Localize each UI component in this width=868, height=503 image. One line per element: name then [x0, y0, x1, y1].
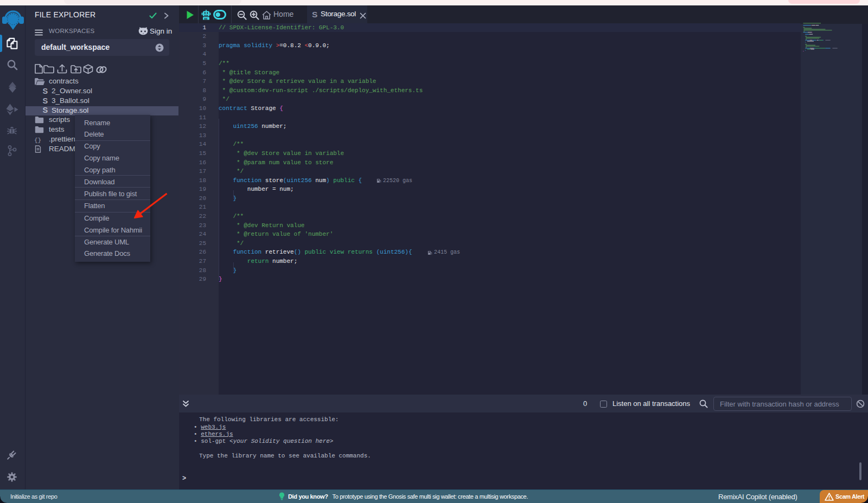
svg-text:{}: {}	[34, 137, 41, 143]
svg-text:S: S	[43, 106, 48, 114]
svg-text:S: S	[43, 87, 48, 95]
svg-text:S: S	[312, 10, 317, 18]
svg-text:S: S	[43, 97, 48, 105]
